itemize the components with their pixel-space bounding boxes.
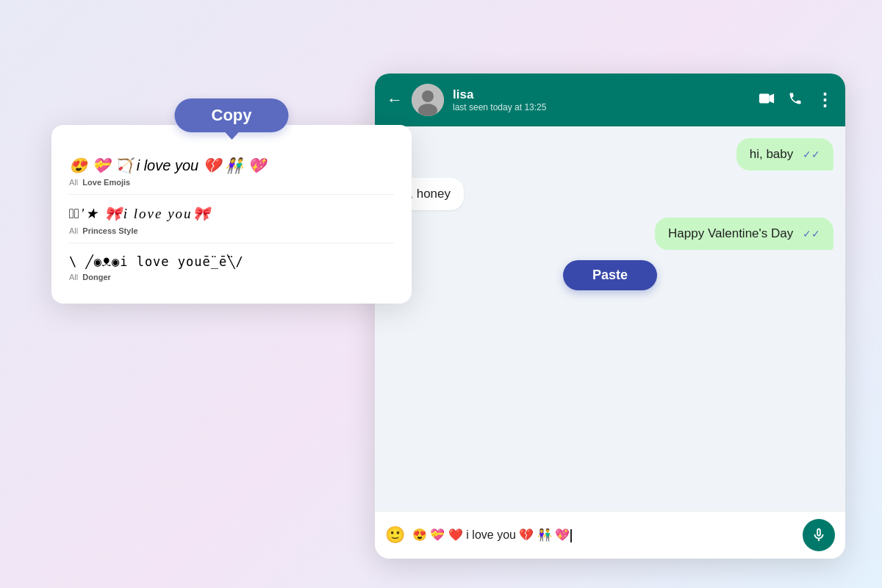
message-tick-3: ✓✓ xyxy=(803,228,820,240)
phone-call-icon[interactable] xyxy=(788,91,803,110)
message-text-1: hi, baby xyxy=(750,147,794,161)
copy-row-donger: \ ╱◉ᴥ◉i love youē̈_ē̈╲/ All Donger xyxy=(69,243,394,289)
more-options-icon[interactable]: ⋮ xyxy=(816,90,833,110)
chat-user-status: last seen today at 13:25 xyxy=(453,102,750,112)
chat-input-field[interactable]: 😍 💝 ❤️ i love you 💔 👫 💖 xyxy=(412,528,795,542)
back-icon[interactable]: ← xyxy=(387,90,403,110)
text-cursor xyxy=(570,529,572,542)
paste-row: Paste xyxy=(387,257,833,293)
copy-row-love-label: All Love Emojis xyxy=(69,178,394,187)
chat-user-info: lisa last seen today at 13:25 xyxy=(453,87,750,112)
message-text-3: Happy Valentine's Day xyxy=(668,226,793,240)
message-row-2: hi, honey xyxy=(387,178,833,210)
copy-row-princess-label: All Princess Style xyxy=(69,226,394,235)
video-call-icon[interactable] xyxy=(759,90,775,110)
chat-body: hi, baby ✓✓ hi, honey Happy Valentine's … xyxy=(375,126,845,511)
copy-row-donger-label: All Donger xyxy=(69,273,394,282)
chat-input-text: 😍 💝 ❤️ i love you 💔 👫 💖 xyxy=(412,528,570,541)
message-row-3: Happy Valentine's Day ✓✓ xyxy=(387,218,833,250)
copy-row-donger-text: \ ╱◉ᴥ◉i love youē̈_ē̈╲/ xyxy=(69,254,394,270)
chat-header: ← lisa last seen today at 13:25 xyxy=(375,74,845,126)
svg-rect-3 xyxy=(759,93,770,103)
chat-user-name: lisa xyxy=(453,87,750,102)
message-bubble-1: hi, baby ✓✓ xyxy=(736,138,833,171)
copy-panel: Copy 😍 💝 🏹 i love you 💔 👫 💖 All Love Emo… xyxy=(51,125,412,304)
avatar xyxy=(412,84,444,116)
message-bubble-3: Happy Valentine's Day ✓✓ xyxy=(655,218,833,250)
copy-row-princess-text: ✲゚'★ 🎀i love you🎀 xyxy=(69,205,394,223)
copy-button[interactable]: Copy xyxy=(175,98,289,132)
copy-row-love-text: 😍 💝 🏹 i love you 💔 👫 💖 xyxy=(69,156,394,175)
message-row-1: hi, baby ✓✓ xyxy=(387,138,833,171)
mic-button[interactable] xyxy=(803,519,835,551)
chat-header-icons: ⋮ xyxy=(759,90,833,110)
svg-point-1 xyxy=(422,90,434,102)
paste-button[interactable]: Paste xyxy=(563,260,657,290)
emoji-picker-button[interactable]: 🙂 xyxy=(385,526,405,545)
svg-marker-4 xyxy=(770,93,774,103)
chat-input-area: 🙂 😍 💝 ❤️ i love you 💔 👫 💖 xyxy=(375,511,845,559)
copy-row-princess: ✲゚'★ 🎀i love you🎀 All Princess Style xyxy=(69,195,394,243)
chat-panel: ← lisa last seen today at 13:25 xyxy=(375,74,845,559)
message-tick-1: ✓✓ xyxy=(803,148,820,160)
copy-row-love: 😍 💝 🏹 i love you 💔 👫 💖 All Love Emojis xyxy=(69,146,394,195)
